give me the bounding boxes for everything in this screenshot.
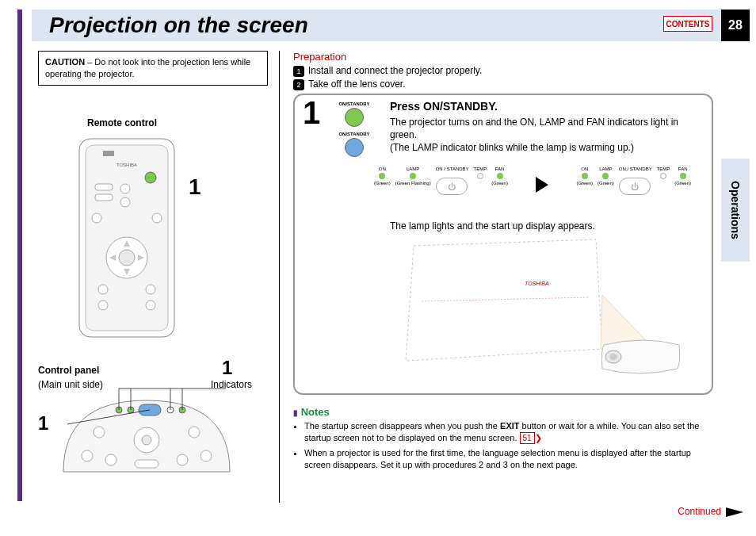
ind-on-state-2: (Green) xyxy=(576,181,593,186)
continued-arrow-icon xyxy=(726,507,743,517)
bullet-1: 1 xyxy=(293,66,304,77)
svg-point-4 xyxy=(145,172,156,183)
svg-text:TOSHIBA: TOSHIBA xyxy=(116,163,137,167)
indicator-group-before: ON(Green) LAMP(Green Flashing) ON / STAN… xyxy=(374,167,508,195)
svg-rect-34 xyxy=(135,460,158,468)
prep-item-2: Take off the lens cover. xyxy=(308,78,406,90)
indicator-diagram: ON(Green) LAMP(Green Flashing) ON / STAN… xyxy=(374,167,691,195)
continued-label: Continued xyxy=(678,506,721,517)
svg-rect-2 xyxy=(103,151,114,156)
svg-point-44 xyxy=(609,354,617,360)
indicator-group-after: ON(Green) LAMP(Green) ON / STANDBY⏻ TEMP… xyxy=(576,167,691,195)
section-tab-operations[interactable]: Operations xyxy=(721,159,750,262)
title-band: Projection on the screen xyxy=(32,10,721,41)
ind-lamp-state: (Green Flashing) xyxy=(395,181,431,186)
svg-point-7 xyxy=(120,184,130,193)
ind-fan-state-2: (Green) xyxy=(674,181,691,186)
svg-point-18 xyxy=(146,285,155,294)
step-box: 1 ON/STANDBY ON/STANDBY Press ON/STANDBY… xyxy=(293,94,713,395)
page-number: 28 xyxy=(721,10,750,41)
step-text-2: (The LAMP indicator blinks while the lam… xyxy=(390,142,634,153)
step-callout-indicators: 1 xyxy=(222,357,232,379)
note-1-pre: The startup screen disappears when you p… xyxy=(304,421,500,431)
ind-fan-state: (Green) xyxy=(491,181,508,186)
svg-point-10 xyxy=(152,213,162,223)
svg-point-33 xyxy=(200,450,212,461)
page-title: Projection on the screen xyxy=(49,13,308,38)
svg-point-17 xyxy=(98,285,108,294)
step-number: 1 xyxy=(303,95,320,131)
onstandby-label-bottom: ON/STANDBY xyxy=(328,132,380,136)
svg-point-29 xyxy=(189,427,200,438)
preparation-heading: Preparation xyxy=(293,51,346,63)
ind-on: ON xyxy=(379,167,386,171)
control-panel-illustration xyxy=(55,385,238,480)
step-text-1: The projector turns on and the ON, LAMP … xyxy=(390,117,678,140)
remote-control-illustration: TOSHIBA xyxy=(71,135,182,341)
ind-temp-2: TEMP xyxy=(657,167,670,171)
svg-rect-5 xyxy=(95,184,113,190)
onstandby-panel-button-icon xyxy=(345,138,364,157)
ind-fan-2: FAN xyxy=(678,167,688,171)
ind-on-state: (Green) xyxy=(374,181,391,186)
svg-point-12 xyxy=(119,250,135,266)
step-title: Press ON/STANDBY. xyxy=(390,100,498,113)
svg-point-20 xyxy=(146,301,155,310)
lamp-line-text: The lamp lights and the start up display… xyxy=(390,220,595,232)
caution-box: CAUTION – Do not look into the projectio… xyxy=(38,51,268,86)
svg-point-27 xyxy=(142,435,151,445)
column-divider xyxy=(279,51,280,503)
ind-standby: ON / STANDBY xyxy=(436,167,469,171)
note-item-2: When a projector is used for the first t… xyxy=(304,447,713,471)
contents-link[interactable]: CONTENTS xyxy=(663,16,712,32)
note-1-bold: EXIT xyxy=(500,421,519,431)
svg-point-9 xyxy=(92,213,101,223)
projector-illustration: TOSHIBA xyxy=(398,238,683,385)
svg-point-31 xyxy=(105,454,116,465)
onstandby-remote-button-icon xyxy=(345,108,364,127)
svg-text:TOSHIBA: TOSHIBA xyxy=(525,281,549,286)
ind-lamp-state-2: (Green) xyxy=(598,181,614,186)
accent-bar xyxy=(17,10,22,501)
svg-point-28 xyxy=(94,427,105,438)
prep-item-1: Install and connect the projector proper… xyxy=(308,65,482,76)
notes-heading: ▮ Notes xyxy=(293,406,330,418)
svg-point-19 xyxy=(98,301,108,310)
ind-standby-2: ON / STANDBY xyxy=(619,167,652,171)
power-icon-2: ⏻ xyxy=(631,182,639,190)
power-icon: ⏻ xyxy=(448,182,456,190)
page-ref-51[interactable]: 51 xyxy=(520,432,535,445)
button-diagram: ON/STANDBY ON/STANDBY xyxy=(328,101,380,162)
notes-list: The startup screen disappears when you p… xyxy=(293,420,713,474)
notes-icon: ▮ xyxy=(293,408,298,417)
ind-lamp: LAMP xyxy=(407,167,419,171)
svg-line-46 xyxy=(422,297,588,301)
svg-point-8 xyxy=(120,197,130,207)
svg-point-32 xyxy=(177,454,188,465)
bullet-2: 2 xyxy=(293,79,304,90)
preparation-list: 1Install and connect the projector prope… xyxy=(293,65,482,92)
step-callout-remote: 1 xyxy=(189,174,201,200)
ind-temp: TEMP xyxy=(474,167,487,171)
pageref-arrow-icon: ❯ xyxy=(535,433,542,442)
svg-rect-6 xyxy=(95,194,113,201)
section-tab-label: Operations xyxy=(729,181,742,239)
onstandby-label-top: ON/STANDBY xyxy=(328,101,380,106)
remote-control-label: Remote control xyxy=(87,117,157,128)
svg-marker-41 xyxy=(406,239,602,361)
arrow-right-icon xyxy=(536,177,548,193)
note-item-1: The startup screen disappears when you p… xyxy=(304,420,713,444)
ind-lamp-2: LAMP xyxy=(599,167,612,171)
ind-on-2: ON xyxy=(581,167,588,171)
step-text: The projector turns on and the ON, LAMP … xyxy=(390,116,699,155)
caution-label: CAUTION xyxy=(45,57,85,67)
ind-fan: FAN xyxy=(495,167,505,171)
control-panel-label: Control panel xyxy=(38,365,99,376)
svg-point-30 xyxy=(82,450,93,461)
notes-heading-label: Notes xyxy=(301,406,330,418)
step-callout-panel: 1 xyxy=(38,412,48,435)
